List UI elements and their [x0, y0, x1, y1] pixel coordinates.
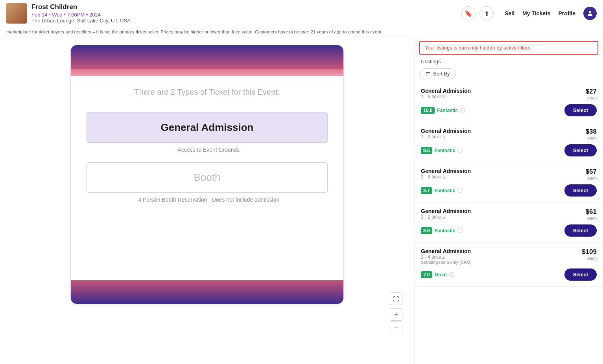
listing-tickets: 1 - 8 tickets — [421, 174, 471, 180]
listings-list: General Admission 1 - 6 tickets $27 each… — [415, 82, 603, 364]
listing-footer: 8.6 Fantastic ⓘ Select — [421, 224, 597, 237]
listings-section: Your listings is currently hidden by act… — [414, 37, 603, 364]
listing-type: General Admission — [421, 248, 472, 254]
zoom-out-button[interactable]: − — [390, 322, 402, 334]
venue-card: There are 2 Types of Ticket for this Eve… — [70, 45, 344, 304]
listing-footer: 8.7 Fantastic ⓘ Select — [421, 184, 597, 197]
price-amount: $38 — [586, 128, 597, 135]
header-nav: Sell My Tickets Profile — [505, 7, 597, 20]
listing-item: General Admission 1 - 2 tickets $61 each… — [415, 202, 603, 243]
price-each: each — [586, 96, 597, 100]
listing-tickets: 1 - 4 tickets — [421, 254, 472, 260]
listing-header: General Admission 1 - 6 tickets $27 each — [421, 88, 597, 100]
svg-point-0 — [589, 11, 591, 13]
general-admission-label: General Admission — [161, 121, 254, 133]
event-venue: The Urban Lounge, Salt Lake City, UT, US… — [31, 18, 457, 24]
listing-type: General Admission — [421, 88, 471, 94]
listing-footer: 10.0 Fantastic ⓘ Select — [421, 104, 597, 116]
sort-label: Sort By — [433, 71, 450, 77]
price-amount: $109 — [582, 248, 597, 256]
info-icon[interactable]: ⓘ — [460, 107, 465, 114]
listings-alert: Your listings is currently hidden by act… — [419, 41, 598, 55]
expand-button[interactable] — [390, 292, 402, 305]
profile-link[interactable]: Profile — [558, 10, 575, 17]
listing-price: $27 each — [586, 88, 597, 100]
info-icon[interactable]: ⓘ — [457, 187, 463, 194]
listing-tickets: 1 - 2 tickets — [421, 134, 471, 140]
select-button[interactable]: Select — [564, 268, 597, 281]
price-each: each — [586, 136, 597, 140]
venue-top-bar — [71, 45, 343, 69]
rating-label: Fantastic — [437, 108, 458, 113]
listing-price: $38 each — [586, 128, 597, 140]
venue-content: There are 2 Types of Ticket for this Eve… — [71, 76, 343, 272]
booth-box[interactable]: Booth — [87, 162, 328, 193]
listing-type: General Admission — [421, 128, 471, 134]
rating-label: Great — [435, 272, 447, 278]
zoom-in-button[interactable]: + — [390, 308, 402, 321]
price-each: each — [582, 256, 597, 261]
rating-badge: 7.0 Great ⓘ — [421, 271, 454, 278]
general-admission-desc: - Access to Event Grounds — [87, 147, 328, 153]
listing-item: General Admission 1 - 4 tickets Standing… — [415, 243, 603, 287]
rating-badge: 10.0 Fantastic ⓘ — [421, 107, 465, 114]
select-button[interactable]: Select — [564, 224, 597, 237]
event-title: Frost Children — [31, 3, 457, 11]
sort-bar: Sort By — [415, 67, 603, 82]
rating-badge: 8.6 Fantastic ⓘ — [421, 227, 463, 234]
price-each: each — [586, 216, 597, 221]
rating-badge: 9.5 Fantastic ⓘ — [421, 147, 463, 154]
event-info: Frost Children Feb 14 • Wed • 7:00PM • 2… — [31, 3, 457, 24]
avatar — [6, 3, 27, 24]
price-amount: $61 — [586, 208, 597, 215]
price-each: each — [586, 176, 597, 180]
venue-section: There are 2 Types of Ticket for this Eve… — [0, 37, 414, 364]
price-amount: $27 — [586, 88, 597, 95]
rating-label: Fantastic — [435, 148, 455, 153]
header-icons: 🔖 ⬆ — [461, 6, 494, 20]
listing-type: General Admission — [421, 168, 471, 174]
listing-item: General Admission 1 - 6 tickets $27 each… — [415, 82, 603, 122]
info-icon[interactable]: ⓘ — [449, 271, 454, 278]
sort-button[interactable]: Sort By — [419, 68, 456, 79]
select-button[interactable]: Select — [564, 144, 597, 156]
zoom-controls: + − — [390, 292, 402, 334]
listing-header: General Admission 1 - 8 tickets $57 each — [421, 168, 597, 180]
listing-item: General Admission 1 - 8 tickets $57 each… — [415, 162, 603, 202]
listing-header: General Admission 1 - 2 tickets $38 each — [421, 128, 597, 140]
rating-score: 8.6 — [421, 227, 432, 234]
listing-tickets: 1 - 2 tickets — [421, 214, 471, 220]
rating-badge: 8.7 Fantastic ⓘ — [421, 187, 463, 194]
rating-score: 7.0 — [421, 271, 432, 278]
artist-avatar-img — [6, 3, 27, 24]
banner-text: marketplace for ticket buyers and resell… — [0, 27, 603, 37]
rating-score: 8.7 — [421, 187, 432, 194]
header: Frost Children Feb 14 • Wed • 7:00PM • 2… — [0, 0, 603, 27]
profile-icon[interactable] — [583, 7, 597, 20]
listing-tickets: 1 - 6 tickets — [421, 94, 471, 99]
venue-title: There are 2 Types of Ticket for this Eve… — [87, 88, 328, 97]
listing-price: $57 each — [586, 168, 597, 180]
listing-header: General Admission 1 - 4 tickets Standing… — [421, 248, 597, 265]
listing-type: General Admission — [421, 208, 471, 214]
event-date: Feb 14 • Wed • 7:00PM • 2024 — [31, 12, 457, 18]
select-button[interactable]: Select — [564, 184, 597, 197]
venue-pink-bar — [71, 69, 343, 76]
sell-link[interactable]: Sell — [505, 10, 514, 17]
listing-price: $61 each — [586, 208, 597, 221]
listing-footer: 7.0 Great ⓘ Select — [421, 268, 597, 281]
info-icon[interactable]: ⓘ — [457, 147, 463, 154]
price-amount: $57 — [586, 168, 597, 175]
bookmark-button[interactable]: 🔖 — [461, 6, 476, 20]
select-button[interactable]: Select — [564, 104, 597, 116]
share-button[interactable]: ⬆ — [479, 6, 494, 20]
rating-score: 9.5 — [421, 147, 432, 154]
listings-count: 5 listings — [415, 57, 603, 67]
my-tickets-link[interactable]: My Tickets — [522, 10, 550, 17]
rating-score: 10.0 — [421, 107, 435, 114]
info-icon[interactable]: ⓘ — [457, 227, 463, 234]
venue-bottom-bar — [71, 280, 343, 304]
listing-price: $109 each — [582, 248, 597, 261]
general-admission-box[interactable]: General Admission — [87, 112, 328, 143]
rating-label: Fantastic — [435, 228, 455, 233]
